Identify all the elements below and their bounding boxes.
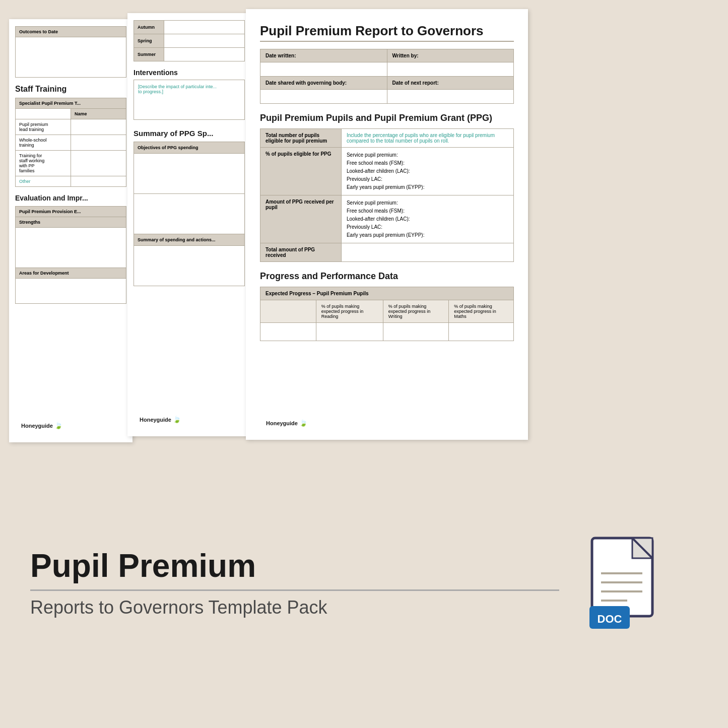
ppg-spending-table: Objectives of PPG spending Summary of sp… xyxy=(134,142,245,286)
amount-ppg-value: Service pupil premium: Free school meals… xyxy=(341,195,513,243)
ppg-spending-header: Objectives of PPG spending xyxy=(134,142,245,154)
progress-table: Expected Progress – Pupil Premium Pupils… xyxy=(260,287,514,341)
row-pp-lead: Pupil premiumlead training xyxy=(16,119,71,135)
row-training-staff: Training forstaff workingwith PPfamilies xyxy=(16,151,71,176)
page2-logo-text: Honeyguide xyxy=(140,417,171,423)
main-title: Pupil Premium Report to Governors xyxy=(260,23,514,39)
autumn-label: Autumn xyxy=(134,21,164,34)
title-underline xyxy=(260,41,514,42)
summer-label: Summer xyxy=(134,48,164,61)
strengths-label: Strengths xyxy=(16,217,126,228)
page2-logo: Honeyguide 🍃 xyxy=(134,410,187,429)
row-other: Other xyxy=(16,176,71,187)
written-by-label: Written by: xyxy=(387,49,514,62)
summary-spending-label: Summary of spending and actions... xyxy=(134,234,245,246)
page1-logo-text: Honeyguide xyxy=(21,423,53,429)
ppg-summary-title: Summary of PPG Spending... xyxy=(134,129,245,138)
outcomes-table: Outcomes to Date xyxy=(15,26,126,78)
total-pupils-value: Include the percentage of pupils who are… xyxy=(341,129,513,148)
banner-subtitle: Reports to Governors Template Pack xyxy=(30,597,587,618)
row-whole-school: Whole-schooltraining xyxy=(16,135,71,151)
writing-col-header: % of pupils making expected progress in … xyxy=(383,300,448,323)
eval-table: Pupil Premium Provision E... Strengths A… xyxy=(15,206,126,304)
next-report-value xyxy=(387,90,514,104)
outcomes-header: Outcomes to Date xyxy=(16,27,126,37)
total-pupils-desc: Include the percentage of pupils who are… xyxy=(347,133,495,144)
doc-svg: DOC xyxy=(587,533,668,634)
banner-text-area: Pupil Premium Reports to Governors Templ… xyxy=(30,548,587,618)
progress-table-header: Expected Progress – Pupil Premium Pupils xyxy=(260,287,514,300)
total-pupils-label: Total number of pupils eligible for pupi… xyxy=(260,129,342,148)
outcomes-value-cell xyxy=(16,37,126,78)
page3-logo: Honeyguide 🍃 xyxy=(260,413,313,433)
page3-logo-leaf: 🍃 xyxy=(299,419,307,427)
page3-logo-text: Honeyguide xyxy=(266,420,298,426)
areas-value xyxy=(16,279,126,304)
name-col-header: Name xyxy=(71,109,126,119)
date-shared-label: Date shared with governing body: xyxy=(260,77,387,90)
banner-title: Pupil Premium xyxy=(30,548,587,583)
total-amount-label: Total amount of PPG received xyxy=(260,243,342,262)
interventions-title: Interventions xyxy=(134,69,245,77)
page2-logo-leaf: 🍃 xyxy=(173,416,181,423)
document-page-3: Pupil Premium Report to Governors Date w… xyxy=(246,9,528,440)
interventions-box: [Describe the impact of particular inte.… xyxy=(134,80,245,120)
amount-ppg-label: Amount of PPG received per pupil xyxy=(260,195,342,243)
total-amount-value xyxy=(341,243,513,262)
eval-title: Evaluation and Impr... xyxy=(15,194,126,202)
written-by-value xyxy=(387,62,514,77)
specialist-table: Specialist Pupil Premium T... Name Pupil… xyxy=(15,98,126,187)
date-shared-value xyxy=(260,90,387,104)
ppg-section-title: Pupil Premium Pupils and Pupil Premium G… xyxy=(260,113,514,123)
eval-table-header: Pupil Premium Provision E... xyxy=(16,207,126,217)
areas-label: Areas for Development xyxy=(16,268,126,279)
bottom-banner: Pupil Premium Reports to Governors Templ… xyxy=(0,438,728,728)
pct-eligible-label: % of pupils eligible for PPG xyxy=(260,148,342,195)
staff-training-title: Staff Training xyxy=(15,85,126,94)
spring-label: Spring xyxy=(134,34,164,48)
doc-icon: DOC xyxy=(587,533,668,634)
info-table: Date written: Written by: Date shared wi… xyxy=(260,49,514,104)
other-link[interactable]: Other xyxy=(19,179,31,184)
ppg-grant-table: Total number of pupils eligible for pupi… xyxy=(260,128,514,262)
date-written-value xyxy=(260,62,387,77)
pct-eligible-value: Service pupil premium: Free school meals… xyxy=(341,148,513,195)
specialist-header: Specialist Pupil Premium T... xyxy=(16,98,126,109)
document-page-2: Autumn Spring Summer Interventions [Desc… xyxy=(127,13,251,436)
svg-text:DOC: DOC xyxy=(598,613,622,625)
season-table: Autumn Spring Summer xyxy=(134,20,245,61)
page1-logo: Honeyguide 🍃 xyxy=(15,416,69,435)
reading-col-header: % of pupils making expected progress in … xyxy=(316,300,383,323)
date-written-label: Date written: xyxy=(260,49,387,62)
progress-title: Progress and Performance Data xyxy=(260,271,514,282)
document-page-1: Outcomes to Date Staff Training Speciali… xyxy=(9,19,133,442)
page1-logo-leaf: 🍃 xyxy=(54,422,62,429)
interventions-desc: [Describe the impact of particular inte.… xyxy=(138,84,217,94)
banner-divider xyxy=(30,589,559,591)
strengths-value xyxy=(16,228,126,268)
next-report-label: Date of next report: xyxy=(387,77,514,90)
maths-col-header: % of pupils making expected progress in … xyxy=(449,300,514,323)
